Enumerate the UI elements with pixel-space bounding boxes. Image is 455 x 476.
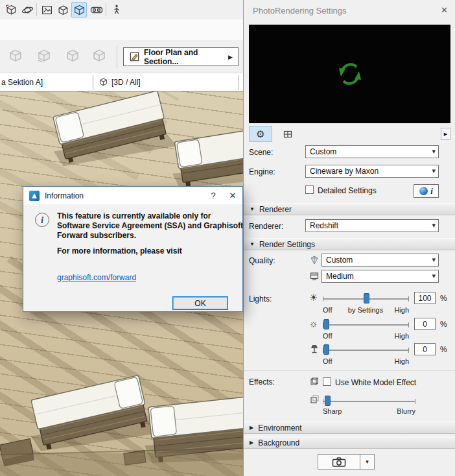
slider-thumb[interactable]: [323, 344, 329, 355]
cineware-sphere-icon: [419, 187, 428, 195]
percent-label: %: [440, 294, 447, 303]
percent-label: %: [440, 320, 447, 329]
info-icon: i: [35, 213, 49, 227]
slider-thumb[interactable]: [325, 396, 331, 406]
marquee-3d-icon[interactable]: [3, 2, 19, 18]
tab-render-settings[interactable]: ⚙: [249, 126, 272, 142]
ambient-intensity-slider[interactable]: [323, 319, 409, 330]
quality-detail-select[interactable]: Medium ▾: [321, 270, 439, 283]
forward-link[interactable]: graphisoft.com/forward: [57, 273, 136, 282]
quality-label: Quality:: [249, 256, 275, 265]
close-icon[interactable]: ✕: [441, 5, 448, 15]
sun-intensity-slider[interactable]: [323, 293, 409, 304]
lamp-intensity-value[interactable]: 0: [414, 343, 436, 355]
section-header-render-settings[interactable]: ▼ Render Settings: [244, 238, 455, 250]
section-label: Background: [258, 438, 299, 447]
view-switch-toolbar: Floor Plan and Section... ▶: [0, 40, 243, 73]
tab-section[interactable]: a Sektion A]: [1, 78, 43, 87]
render-options-dropdown[interactable]: ▾: [360, 454, 375, 470]
ghost-view-cube-icon[interactable]: [65, 48, 80, 64]
archicad-logo-icon: [29, 191, 40, 201]
white-model-label: Use White Model Effect: [335, 378, 416, 387]
grid-icon: [283, 129, 293, 139]
tab-size-settings[interactable]: [276, 126, 299, 142]
view-mode-toolbar: [0, 0, 243, 19]
white-model-checkbox[interactable]: [323, 377, 331, 386]
render-preview[interactable]: [249, 25, 450, 123]
information-dialog: Information ? ✕ i This feature is curren…: [23, 186, 243, 312]
cube-3d-icon: [99, 77, 108, 87]
gear-icon: ⚙: [256, 128, 264, 140]
slider-max-label: High: [383, 357, 409, 365]
floor-plan-section-button[interactable]: Floor Plan and Section... ▶: [123, 47, 239, 66]
close-icon[interactable]: ✕: [223, 187, 242, 204]
ambient-intensity-value[interactable]: 0: [414, 318, 436, 330]
slider-thumb[interactable]: [364, 293, 369, 303]
lights-label: Lights:: [249, 294, 272, 303]
3d-window-icon[interactable]: [71, 2, 87, 18]
engine-info-button[interactable]: i: [414, 184, 439, 198]
window-tab-bar: a Sektion A] [3D / All]: [0, 73, 243, 91]
walk-icon[interactable]: [109, 2, 124, 18]
slider-min-label: Off: [323, 306, 332, 314]
engine-label: Engine:: [249, 167, 275, 176]
chevron-down-icon: ▾: [432, 272, 436, 280]
start-render-button-group: ▾: [318, 454, 375, 470]
archicad-window: Floor Plan and Section... ▶ a Sektion A]…: [0, 0, 455, 476]
slider-thumb[interactable]: [323, 319, 329, 329]
chevron-down-icon: ▾: [432, 256, 436, 264]
overflow-arrow-icon: ▶: [444, 132, 447, 137]
section-header-renderer[interactable]: ▼ Renderer: [244, 203, 455, 215]
daybed: [45, 91, 177, 175]
slider-min-label: Off: [323, 357, 332, 365]
dialog-message: This feature is currently available only…: [57, 211, 244, 241]
menu-arrow-icon: ▶: [228, 54, 233, 60]
chevron-down-icon: ▾: [366, 458, 369, 465]
quality-value: Custom: [326, 256, 353, 265]
blur-slider[interactable]: [323, 396, 415, 407]
cube-view-icon[interactable]: [55, 2, 71, 18]
info-icon: i: [430, 186, 433, 196]
slider-max-label: High: [383, 332, 409, 340]
ghost-view-cube-icon[interactable]: [36, 48, 52, 64]
detailed-settings-checkbox[interactable]: [305, 185, 314, 194]
section-header-environment[interactable]: ▶ Environment: [244, 422, 455, 434]
renderer-select[interactable]: Redshift ▾: [305, 219, 439, 232]
start-render-button[interactable]: [318, 454, 360, 470]
engine-select[interactable]: Cineware by Maxon ▾: [305, 165, 439, 178]
dialog-title: Information: [45, 191, 84, 200]
section-header-background[interactable]: ▶ Background: [244, 436, 455, 449]
dialog-title-bar[interactable]: Information ? ✕: [23, 187, 242, 204]
ambient-light-icon: ☼: [309, 318, 318, 329]
daybed: [23, 374, 158, 461]
slider-track: [323, 324, 409, 326]
section-label: Environment: [258, 423, 301, 433]
ghost-view-cube-icon[interactable]: [91, 48, 107, 64]
engine-value: Cineware by Maxon: [310, 167, 379, 176]
sun-intensity-value[interactable]: 100: [414, 292, 436, 304]
scene-select[interactable]: Custom ▾: [305, 145, 439, 158]
quality-detail-value: Medium: [326, 272, 354, 281]
collapse-open-icon: ▼: [250, 241, 255, 247]
help-button[interactable]: ?: [204, 187, 223, 204]
deck-edge-shadow: [0, 453, 243, 476]
ghost-view-cube-icon[interactable]: [8, 48, 23, 64]
quality-diamond-icon: [309, 255, 320, 265]
photorendering-settings-panel: PhotoRendering Settings ✕ ⚙ ▶: [243, 0, 455, 476]
floor-plan-button-label: Floor Plan and Section...: [144, 48, 224, 66]
panel-title: PhotoRendering Settings: [253, 6, 347, 16]
scene-value: Custom: [310, 147, 336, 156]
refresh-icon: [335, 59, 365, 89]
ok-button[interactable]: OK: [172, 296, 228, 310]
lamp-intensity-slider[interactable]: [323, 344, 409, 355]
orbit-icon[interactable]: [19, 2, 35, 18]
image-view-icon[interactable]: [39, 2, 54, 18]
slider-min-label: Off: [323, 332, 332, 340]
tab-3d-all[interactable]: [3D / All]: [111, 78, 141, 87]
panel-overflow-button[interactable]: ▶: [441, 128, 450, 140]
effects-label: Effects:: [249, 377, 275, 387]
renderer-value: Redshift: [310, 221, 338, 230]
vr-goggles-icon[interactable]: [89, 2, 104, 18]
quality-select[interactable]: Custom ▾: [321, 254, 439, 267]
detailed-settings-label: Detailed Settings: [318, 186, 377, 195]
